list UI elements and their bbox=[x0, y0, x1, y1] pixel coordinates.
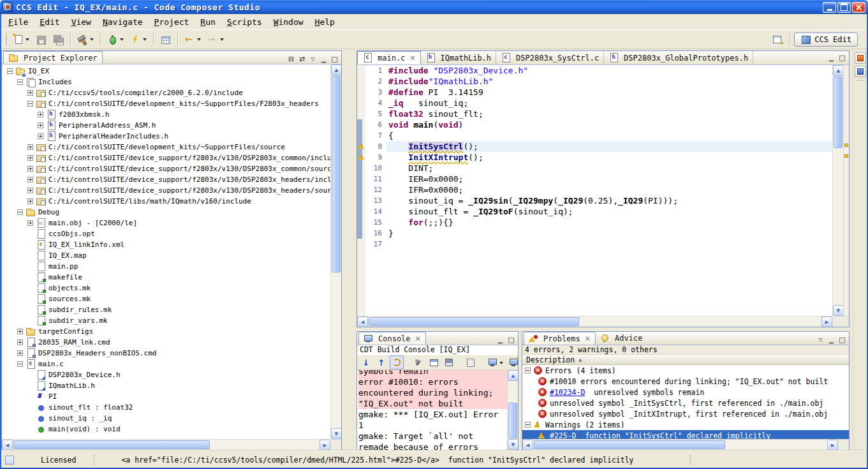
save-all-button[interactable] bbox=[50, 32, 66, 47]
menu-view[interactable]: View bbox=[66, 15, 97, 29]
forward-button[interactable] bbox=[205, 32, 226, 47]
scrollbar-track[interactable] bbox=[833, 76, 843, 305]
code-line[interactable]: } bbox=[386, 228, 832, 239]
code-line[interactable]: for(;;){} bbox=[386, 217, 832, 228]
tree-expander[interactable] bbox=[17, 339, 23, 345]
scroll-to-bottom-button[interactable] bbox=[359, 355, 373, 369]
warning-annotation-tick[interactable] bbox=[844, 154, 848, 158]
console-output[interactable]: symbols remainerror #10010: errorsencoun… bbox=[357, 370, 507, 450]
display-selected-console-button[interactable] bbox=[485, 355, 505, 369]
problem-group-row[interactable]: Errors (4 items) bbox=[522, 365, 849, 376]
overview-ruler[interactable] bbox=[843, 65, 849, 316]
console-vertical-scrollbar[interactable] bbox=[507, 370, 518, 450]
tree-item[interactable]: IQ_EX bbox=[2, 66, 330, 77]
close-tab-icon[interactable] bbox=[585, 334, 591, 343]
tree-expander[interactable] bbox=[17, 79, 23, 85]
flash-button[interactable] bbox=[128, 32, 149, 47]
save-button[interactable] bbox=[33, 32, 49, 47]
titlebar[interactable]: CCS Edit - IQ_EX/main.c - Code Composer … bbox=[0, 0, 868, 14]
code-line[interactable]: IER=0x0000; bbox=[386, 174, 832, 184]
pin-console-button[interactable] bbox=[411, 355, 425, 369]
tree-item[interactable]: DSP2803x_Headers_nonBIOS.cmd bbox=[2, 348, 330, 359]
scroll-left-button[interactable] bbox=[522, 440, 533, 450]
open-console-button[interactable] bbox=[506, 355, 519, 369]
problem-group-row[interactable]: Warnings (2 items) bbox=[522, 419, 849, 430]
tree-item[interactable]: sinout_iq : _iq bbox=[2, 413, 330, 424]
problem-row[interactable]: #10234-D unresolved symbols remain bbox=[522, 387, 849, 398]
refresh-console-button[interactable] bbox=[390, 355, 404, 369]
code-line[interactable]: _iq sinout_iq; bbox=[386, 98, 832, 108]
warning-annotation-tick[interactable] bbox=[844, 144, 848, 147]
tree-expander[interactable] bbox=[27, 144, 33, 150]
scrollbar-thumb[interactable] bbox=[508, 403, 517, 438]
scrollbar-thumb[interactable] bbox=[332, 76, 341, 272]
tree-expander[interactable] bbox=[17, 329, 23, 334]
tree-item[interactable]: C:/ti/ccsv5/tools/compiler/c2000_6.2.0/i… bbox=[2, 87, 330, 98]
tree-expander[interactable] bbox=[27, 177, 33, 182]
show-console-on-output-button[interactable] bbox=[427, 355, 441, 369]
maximize-button[interactable] bbox=[837, 53, 848, 63]
tree-expander[interactable] bbox=[525, 422, 531, 428]
tree-item[interactable]: C:/ti/controlSUITE/libs/math/IQmath/v160… bbox=[2, 196, 330, 207]
code-line[interactable]: #include"IQmathLib.h" bbox=[386, 76, 832, 87]
warning-marker-icon[interactable] bbox=[358, 153, 365, 161]
menu-window[interactable]: Window bbox=[268, 15, 309, 29]
tree-item[interactable]: subdir_rules.mk bbox=[2, 304, 330, 315]
editor-tab-DSP2803x_GlobalPrototypes.h[interactable]: DSP2803x_GlobalPrototypes.h bbox=[604, 51, 753, 64]
maximize-window-button[interactable] bbox=[837, 2, 851, 13]
maximize-button[interactable] bbox=[329, 54, 340, 64]
scroll-up-button[interactable] bbox=[331, 64, 342, 75]
minimize-button[interactable] bbox=[826, 335, 837, 345]
minimize-button[interactable] bbox=[495, 335, 506, 345]
tree-item[interactable]: C:/ti/controlSUITE/device_support/f2803x… bbox=[2, 153, 330, 163]
tree-expander[interactable] bbox=[17, 350, 23, 356]
menu-scripts[interactable]: Scripts bbox=[221, 15, 268, 29]
code-line[interactable] bbox=[386, 239, 832, 249]
menu-help[interactable]: Help bbox=[309, 15, 341, 29]
menu-edit[interactable]: Edit bbox=[34, 15, 65, 29]
tree-item[interactable]: main.pp bbox=[2, 261, 330, 272]
tree-expander[interactable] bbox=[38, 133, 43, 139]
tree-item[interactable]: main(void) : void bbox=[2, 424, 330, 435]
scrollbar-thumb[interactable] bbox=[13, 440, 210, 449]
tree-item[interactable]: C:/ti/controlSUITE/development_kits/~Sup… bbox=[2, 142, 330, 153]
tree-item[interactable]: main.obj - [C2000/le] bbox=[2, 218, 330, 228]
tree-expander[interactable] bbox=[27, 155, 33, 161]
problem-link[interactable]: #10234-D bbox=[550, 388, 585, 397]
tree-item[interactable]: C:/ti/controlSUITE/device_support/f2803x… bbox=[2, 174, 330, 185]
scroll-up-button[interactable] bbox=[508, 370, 519, 381]
tree-item[interactable]: sinout_flt : float32 bbox=[2, 402, 330, 413]
tree-item[interactable]: 28035_RAM_lnk.cmd bbox=[2, 337, 330, 348]
warning-marker-icon[interactable] bbox=[358, 142, 365, 150]
minimize-window-button[interactable] bbox=[823, 2, 836, 13]
menu-navigate[interactable]: Navigate bbox=[97, 15, 149, 29]
tree-expander[interactable] bbox=[27, 166, 33, 172]
editor-gutter[interactable]: 1234567891011121314151617 bbox=[357, 65, 386, 316]
code-line[interactable]: float32 sinout_flt; bbox=[386, 108, 832, 119]
minimize-button[interactable] bbox=[318, 54, 329, 64]
problem-row[interactable]: unresolved symbol _InitXIntrupt, first r… bbox=[522, 408, 849, 419]
tree-item[interactable]: f2803xbmsk.h bbox=[2, 109, 330, 120]
tree-item[interactable]: C:/ti/controlSUITE/device_support/f2803x… bbox=[2, 185, 330, 196]
tree-expander[interactable] bbox=[17, 361, 23, 367]
explorer-vertical-scrollbar[interactable] bbox=[330, 64, 341, 439]
tree-expander[interactable] bbox=[7, 68, 13, 74]
tree-item[interactable]: Includes bbox=[2, 77, 330, 87]
editor-horizontal-scrollbar[interactable] bbox=[357, 316, 832, 327]
tree-expander[interactable] bbox=[38, 123, 43, 128]
scrollbar-track[interactable] bbox=[368, 316, 821, 327]
open-perspective-button[interactable] bbox=[769, 32, 785, 47]
scroll-down-button[interactable] bbox=[508, 439, 519, 450]
clear-console-button[interactable] bbox=[464, 355, 478, 369]
menu-project[interactable]: Project bbox=[149, 15, 195, 29]
tree-expander[interactable] bbox=[525, 368, 531, 373]
save-console-log-button[interactable] bbox=[442, 355, 456, 369]
project-explorer-tab[interactable]: Project Explorer bbox=[3, 51, 103, 64]
code-line[interactable]: sinout_flt = _IQ29toF(sinout_iq); bbox=[386, 206, 832, 217]
scroll-to-top-button[interactable] bbox=[374, 355, 388, 369]
tree-item[interactable]: DSP2803x_Device.h bbox=[2, 369, 330, 380]
menu-run[interactable]: Run bbox=[195, 15, 221, 29]
editor-tab-IQmathLib.h[interactable]: IQmathLib.h bbox=[421, 51, 496, 64]
tree-expander[interactable] bbox=[27, 188, 33, 193]
tree-item[interactable]: objects.mk bbox=[2, 283, 330, 294]
